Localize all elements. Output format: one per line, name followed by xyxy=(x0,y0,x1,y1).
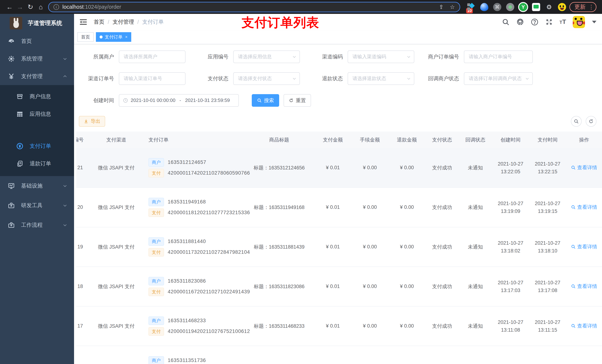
date-separator: - xyxy=(179,97,181,103)
view-detail-link[interactable]: 查看详情 xyxy=(571,204,597,210)
sidebar-item-payment[interactable]: 支付管理 xyxy=(0,68,74,85)
col-header-title: 商品标题 xyxy=(244,136,314,143)
created-time: 13:11:08 xyxy=(492,326,529,334)
date-range-picker[interactable]: 2021-10-01 00:00:00 - 2021-10-31 23:59:5… xyxy=(119,94,239,107)
sidebar-item-pay-order[interactable]: 支付订单 xyxy=(0,137,74,155)
forward-icon[interactable]: → xyxy=(15,0,25,14)
fee-amount: ¥ 0.00 xyxy=(351,283,388,289)
order-id: 18 xyxy=(77,283,83,289)
extensions-puzzle-icon[interactable]: ⚙ xyxy=(545,3,553,11)
paid-time: 13:19:15 xyxy=(529,207,566,215)
merchant-tag: 商户 xyxy=(149,237,164,246)
merchant-order-no-input[interactable] xyxy=(464,51,533,63)
view-detail-link[interactable]: 查看详情 xyxy=(571,322,597,329)
paid-time: 13:17:08 xyxy=(529,287,566,294)
url-host: localhost xyxy=(62,4,84,10)
fee-amount: ¥ 0.00 xyxy=(351,323,388,329)
page-title-annotation: 支付订单列表 xyxy=(242,14,319,31)
reset-button[interactable]: 重置 xyxy=(284,94,311,107)
sidebar-item-refund-order[interactable]: 退款订单 xyxy=(0,155,74,172)
pay-order-no: 4200001181202110277723215336 xyxy=(168,210,250,216)
callback-status-select[interactable] xyxy=(464,72,533,85)
pay-amount: ¥ 0.01 xyxy=(314,204,351,210)
reload-icon[interactable]: ↻ xyxy=(25,0,35,14)
share-icon[interactable]: ⇪ xyxy=(439,4,443,10)
sidebar-item-workflow[interactable]: 工作流程 xyxy=(0,215,74,235)
extension-chat-icon[interactable] xyxy=(532,3,540,11)
sidebar-collapse-icon[interactable] xyxy=(80,19,87,25)
tab-home[interactable]: 首页 xyxy=(77,32,94,42)
sidebar-item-infrastructure[interactable]: 基础设施 xyxy=(0,176,74,196)
search-button[interactable]: 搜索 xyxy=(252,94,279,107)
table-row[interactable]: 17 微信 JSAPI 支付 商户1635311468233 支付4200001… xyxy=(76,306,602,346)
refresh-table-button[interactable] xyxy=(586,116,596,127)
sidebar-item-merchant-info[interactable]: 商户信息 xyxy=(0,88,74,105)
extension-y-icon[interactable]: Y xyxy=(519,3,527,11)
paid-date: 2021-10-27 xyxy=(529,239,566,247)
refund-amount: ¥ 0.00 xyxy=(388,323,425,329)
extension-balloon-icon[interactable] xyxy=(480,3,488,11)
filter-label: 创建时间 xyxy=(76,97,119,104)
sidebar-item-dev-tools[interactable]: 研发工具 xyxy=(0,196,74,215)
help-icon[interactable] xyxy=(531,18,538,26)
bookmark-star-icon[interactable]: ☆ xyxy=(450,4,455,10)
chrome-update-button[interactable]: 更新 ⋮ xyxy=(570,2,596,12)
table-row[interactable]: 21 微信 JSAPI 支付 商户1635312124657 支付4200001… xyxy=(76,148,602,188)
site-info-icon[interactable]: i xyxy=(54,4,59,10)
pay-status-select[interactable] xyxy=(233,72,300,85)
extension-command-icon[interactable]: ⌘ xyxy=(493,3,501,11)
sidebar-item-label: 系统管理 xyxy=(21,55,63,62)
breadcrumb-payment[interactable]: 支付管理 xyxy=(113,18,134,26)
sidebar-item-system[interactable]: 系统管理 xyxy=(0,50,74,68)
channel-order-no-input[interactable] xyxy=(119,72,185,85)
pay-amount: ¥ 0.01 xyxy=(314,244,351,250)
github-icon[interactable] xyxy=(516,18,524,26)
tab-close-icon[interactable]: × xyxy=(125,35,128,39)
refund-status-select[interactable] xyxy=(348,72,414,85)
search-icon[interactable] xyxy=(502,18,510,26)
created-date: 2021-10-27 xyxy=(492,199,529,207)
app-select[interactable] xyxy=(233,51,300,63)
sidebar-item-app-info[interactable]: 应用信息 xyxy=(0,105,74,123)
paid-date: 2021-10-27 xyxy=(529,199,566,207)
sidebar-item-label: 支付管理 xyxy=(21,73,63,80)
filter-merchant: 所属商户 xyxy=(76,51,185,63)
channel-code-select[interactable] xyxy=(348,51,414,63)
merchant-select[interactable] xyxy=(119,51,185,63)
extension-grid-icon[interactable]: 10 xyxy=(467,3,475,11)
browser-menu-kebab-icon[interactable]: ⋮ xyxy=(589,5,594,9)
view-detail-link[interactable]: 查看详情 xyxy=(571,243,597,250)
toolbar-right-actions xyxy=(571,116,596,127)
tab-pay-order[interactable]: 支付订单 × xyxy=(96,32,131,42)
user-avatar[interactable] xyxy=(573,16,585,28)
address-bar[interactable]: i localhost:1024/pay/order ⇪ ☆ xyxy=(48,2,460,12)
table-row[interactable]: 20 微信 JSAPI 支付 商户1635311949168 支付4200001… xyxy=(76,188,602,227)
home-icon[interactable]: ⌂ xyxy=(35,0,46,14)
extension-emoji-icon[interactable] xyxy=(558,3,566,11)
breadcrumb-home[interactable]: 首页 xyxy=(94,18,104,26)
back-icon[interactable]: ← xyxy=(4,0,15,14)
table-row[interactable]: 商户1635311351736 支付 xyxy=(76,346,602,364)
sidebar-item-home[interactable]: 首页 xyxy=(0,32,74,50)
table-row[interactable]: 18 微信 JSAPI 支付 商户1635311823086 支付4200001… xyxy=(76,267,602,306)
search-icon xyxy=(571,205,576,209)
created-date: 2021-10-27 xyxy=(492,318,529,326)
fullscreen-icon[interactable] xyxy=(545,18,553,26)
col-header-created: 创建时间 xyxy=(492,136,529,143)
export-button[interactable]: 导出 xyxy=(79,116,105,127)
view-detail-link[interactable]: 查看详情 xyxy=(571,283,597,290)
chevron-down-icon xyxy=(407,54,411,59)
avatar-caret-icon[interactable] xyxy=(592,21,596,23)
table-row[interactable]: 19 微信 JSAPI 支付 商户1635311881440 支付4200001… xyxy=(76,227,602,267)
sidebar: 芋道管理系统 首页 系统管理 支付管理 商户信息 xyxy=(0,14,74,364)
gear-icon xyxy=(8,55,15,62)
grid-icon xyxy=(16,111,23,118)
merchant-order-no: 1635311351736 xyxy=(168,357,206,363)
font-size-icon[interactable]: TT xyxy=(559,18,566,26)
document-copy-icon xyxy=(16,160,23,167)
pay-tag: 支付 xyxy=(149,169,164,177)
extension-dot-icon[interactable] xyxy=(506,3,514,11)
view-detail-link[interactable]: 查看详情 xyxy=(571,164,597,171)
hide-search-button[interactable] xyxy=(571,116,582,127)
app-title: 芋道管理系统 xyxy=(28,19,62,27)
